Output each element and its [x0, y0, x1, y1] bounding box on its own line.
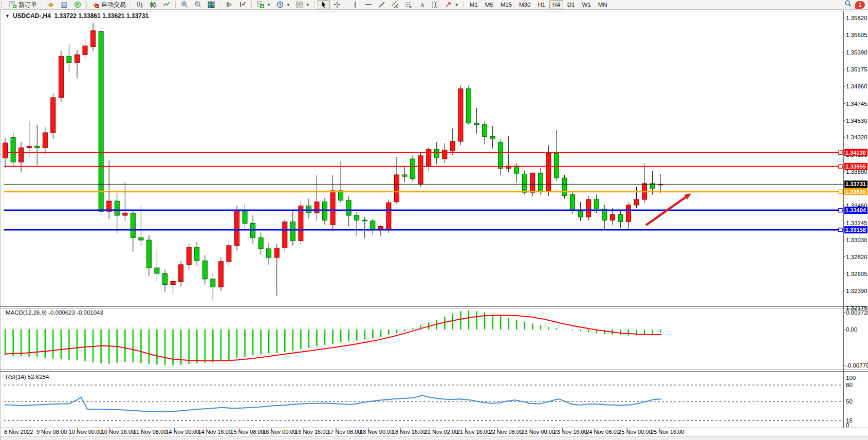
candle-body	[330, 191, 335, 225]
time-tick-label: 22 Nov 08:00	[489, 429, 523, 435]
candle-body	[522, 174, 527, 193]
candle-body	[67, 56, 71, 62]
line-chart-button[interactable]	[160, 0, 173, 9]
candle-body	[243, 211, 247, 224]
candle-body	[315, 202, 319, 213]
indicators-button[interactable]: ▼	[254, 0, 273, 9]
hline-icon	[364, 1, 373, 9]
candle-body	[594, 199, 599, 209]
time-tick-label: 10 Nov 16:00	[101, 429, 135, 435]
linechart-icon	[162, 1, 171, 9]
candle-body	[43, 133, 47, 148]
trendline-button[interactable]	[376, 0, 388, 9]
candle-chart-button[interactable]	[147, 0, 159, 9]
toolbar-grip[interactable]	[1, 2, 5, 8]
package-button[interactable]	[45, 0, 57, 9]
chart-canvas[interactable]: 1.358201.356051.353901.351751.349601.347…	[0, 0, 868, 440]
candle-body	[578, 211, 583, 217]
templates-button[interactable]	[236, 0, 249, 9]
time-tick-label: 25 Nov 00:00	[618, 429, 652, 435]
line-handle	[839, 190, 842, 193]
timeframe-d1-button[interactable]: D1	[564, 0, 578, 9]
candle-body	[346, 200, 351, 215]
candle-body	[146, 240, 151, 268]
price-tick-label: 1.34320	[846, 134, 867, 140]
bar-chart-button[interactable]	[134, 0, 146, 9]
time-tick-label: 23 Nov 16:00	[553, 429, 587, 435]
channel-button[interactable]: E	[389, 0, 401, 9]
candle-body	[546, 153, 551, 191]
tile-windows-button[interactable]	[205, 0, 217, 9]
community-button[interactable]	[58, 0, 70, 9]
svg-text:A: A	[420, 1, 425, 9]
autotrading-button[interactable]: 自动交易	[89, 0, 128, 9]
crosshair-icon	[333, 1, 341, 9]
time-tick-label: 15 Nov 08:00	[230, 429, 264, 435]
package-icon	[47, 1, 55, 9]
dropdown-caret-icon[interactable]: ▼	[306, 3, 310, 7]
svg-text:1.34130: 1.34130	[845, 150, 866, 156]
timeframe-w1-button[interactable]: W1	[579, 0, 594, 9]
notification-badge[interactable]: 1	[855, 1, 865, 9]
subwindow-icon	[296, 1, 304, 9]
price-tick-label: 1.32390	[846, 288, 867, 294]
svg-text:1.33158: 1.33158	[845, 227, 866, 233]
hline-button[interactable]	[362, 0, 375, 9]
candle-body	[514, 166, 519, 174]
cursor-button[interactable]	[318, 0, 330, 9]
candle-body	[51, 98, 56, 133]
candle-body	[355, 215, 359, 220]
subwindow-button[interactable]: ▼	[293, 0, 312, 9]
zoom-in-button[interactable]	[178, 0, 191, 9]
indicators-icon	[256, 1, 265, 9]
time-tick-label: 25 Nov 16:00	[651, 429, 684, 435]
label-button[interactable]: T	[429, 0, 441, 9]
timeframe-m15-button[interactable]: M15	[497, 0, 515, 9]
shapes-button[interactable]: ▼	[442, 0, 461, 9]
candle-body	[618, 214, 623, 222]
candle-body	[163, 273, 168, 285]
rsi-axis-label: 80	[846, 382, 853, 388]
collapse-triangle-icon[interactable]: ▼	[5, 13, 10, 19]
line-handle	[839, 151, 842, 154]
text-button[interactable]: A	[416, 0, 428, 9]
periods-button[interactable]: ▼	[274, 0, 292, 9]
candle-body	[474, 123, 479, 124]
candle-body	[402, 175, 407, 176]
price-tick-label: 1.34745	[846, 101, 867, 107]
timeframe-m5-button[interactable]: M5	[482, 0, 496, 9]
toolbar-separator	[175, 1, 176, 8]
crosshair-button[interactable]	[331, 0, 343, 9]
candle-body	[274, 248, 279, 258]
time-tick-label: 21 Nov 02:00	[424, 429, 458, 435]
candle-body	[386, 203, 391, 230]
bars-icon	[136, 1, 144, 9]
candle-body	[626, 205, 631, 222]
chart-header: ▼USDCAD-,H4 1.33722 1.33861 1.33621 1.33…	[5, 12, 149, 20]
timeframe-mn-button[interactable]: MN	[595, 0, 611, 9]
timeframe-h4-button[interactable]: H4	[549, 0, 563, 9]
candle-body	[290, 222, 295, 241]
fibonacci-button[interactable]: F	[402, 0, 415, 9]
macd-indicator-label: MACD(12,26,9) -0.000623 -0.001043	[6, 309, 103, 316]
svg-text:E: E	[396, 5, 398, 8]
profiles-button[interactable]	[223, 0, 235, 9]
zoom-out-button[interactable]	[192, 0, 204, 9]
terminal-window: 新订单自动交易▼▼▼EFAT▼M1M5M15M30H1H4D1W1MN1 1.3…	[0, 0, 868, 440]
signals-button[interactable]	[71, 0, 84, 9]
svg-text:1.33955: 1.33955	[845, 163, 866, 170]
new-order-button[interactable]: 新订单	[7, 0, 39, 9]
vline-button[interactable]	[349, 0, 361, 9]
candle-body	[19, 148, 24, 162]
timeframe-m30-button[interactable]: M30	[516, 0, 533, 9]
dropdown-caret-icon[interactable]: ▼	[286, 3, 290, 7]
dropdown-caret-icon[interactable]: ▼	[267, 3, 271, 7]
timeframe-h1-button[interactable]: H1	[534, 0, 548, 9]
line-handle	[839, 209, 842, 212]
time-axis[interactable]: 8 Nov 20229 Nov 08:0010 Nov 00:0010 Nov …	[4, 428, 684, 435]
search-icon[interactable]	[844, 0, 852, 10]
timeframe-m1-button[interactable]: M1	[467, 0, 481, 9]
dropdown-caret-icon[interactable]: ▼	[455, 3, 459, 7]
rsi-axis-label: 0	[846, 422, 849, 428]
line-handle	[839, 164, 842, 168]
